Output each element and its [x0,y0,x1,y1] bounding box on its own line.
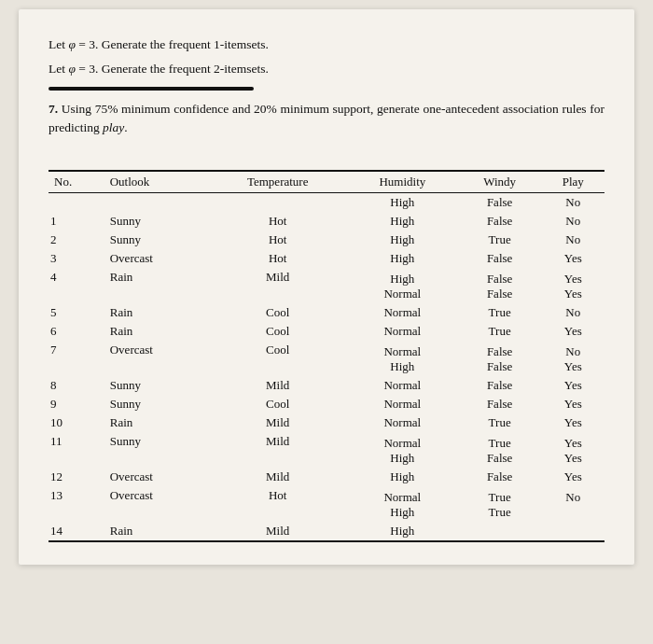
col-outlook: Outlook [104,171,209,193]
cell-outlook: Overcast [104,486,209,505]
table-row: 3OvercastHotHighFalseYes [49,249,604,268]
phi-symbol-4: φ [68,37,75,51]
cell-humidity: High [347,451,458,468]
cell-windy: False [458,249,542,268]
cell-temperature: Mild [208,522,347,541]
cell-outlook: Rain [104,303,209,322]
cell-play: Yes [542,249,604,268]
cell-windy: True [458,303,542,322]
phi-symbol-5: φ [68,62,75,76]
cell-temperature: Hot [208,212,347,231]
cell-outlook: Rain [104,322,209,341]
table-row: HighFalseNo [49,193,604,213]
cell-play: Yes [542,468,604,486]
cell-temperature [208,193,347,213]
cell-outlook [104,193,209,213]
exercise-4: Let φ = 3. Generate the frequent 1-items… [49,35,604,54]
cell-no: 3 [49,249,104,268]
table-row: 9SunnyCoolNormalFalseYes [49,395,604,413]
cell-play: Yes [542,376,604,395]
cell-no: 4 [49,268,104,287]
cell-outlook [104,505,209,522]
cell-windy: False [458,341,542,359]
cell-temperature [208,359,347,376]
play-label-7: play [103,120,124,134]
cell-temperature: Mild [208,468,347,486]
table-row: 11SunnyMildNormalTrueYes [49,432,604,451]
cell-windy: False [458,193,542,213]
cell-no: 9 [49,395,104,413]
table-row: 4RainMildHighFalseYes [49,268,604,287]
cell-outlook: Sunny [104,395,209,413]
table-row: 2SunnyHotHighTrueNo [49,231,604,249]
cell-windy: False [458,287,542,303]
table-row: 5RainCoolNormalTrueNo [49,303,604,322]
cell-play: Yes [542,287,604,303]
cell-humidity: Normal [347,376,458,395]
cell-play: No [542,193,604,213]
cell-no: 5 [49,303,104,322]
col-play: Play [542,171,604,193]
cell-no: 7 [49,341,104,359]
cell-no [49,193,104,213]
cell-play [542,522,604,541]
cell-outlook: Overcast [104,249,209,268]
cell-outlook [104,287,209,303]
strikethrough-section [49,87,604,91]
cell-temperature: Cool [208,303,347,322]
cell-temperature: Mild [208,376,347,395]
cell-no: 8 [49,376,104,395]
table-row: HighFalseYes [49,359,604,376]
exercise-7: 7. Using 75% minimum confidence and 20% … [49,100,604,139]
cell-windy: True [458,432,542,451]
cell-no: 1 [49,212,104,231]
cell-temperature: Hot [208,231,347,249]
col-windy: Windy [458,171,542,193]
cell-outlook: Rain [104,522,209,541]
cell-play [542,505,604,522]
cell-outlook: Sunny [104,432,209,451]
table-row: 7OvercastCoolNormalFalseNo [49,341,604,359]
strikethrough-line [49,87,254,91]
table-row: 8SunnyMildNormalFalseYes [49,376,604,395]
cell-humidity: High [347,193,458,213]
cell-outlook [104,359,209,376]
cell-humidity: High [347,522,458,541]
cell-play: Yes [542,268,604,287]
table-header-row: No. Outlook Temperature Humidity Windy P… [49,171,604,193]
table-section: No. Outlook Temperature Humidity Windy P… [49,151,604,542]
table-row: 1SunnyHotHighFalseNo [49,212,604,231]
cell-windy: True [458,505,542,522]
cell-humidity: Normal [347,341,458,359]
cell-play: Yes [542,451,604,468]
cell-humidity: Normal [347,486,458,505]
cell-humidity: Normal [347,413,458,432]
cell-temperature: Cool [208,395,347,413]
cell-outlook: Sunny [104,376,209,395]
cell-windy: True [458,413,542,432]
cell-play: Yes [542,395,604,413]
cell-windy: False [458,395,542,413]
cell-play: No [542,341,604,359]
cell-outlook: Sunny [104,212,209,231]
cell-no: 12 [49,468,104,486]
cell-humidity: High [347,505,458,522]
cell-humidity: Normal [347,303,458,322]
cell-windy [458,522,542,541]
cell-windy: True [458,486,542,505]
cell-temperature [208,451,347,468]
cell-outlook: Rain [104,268,209,287]
cell-no: 14 [49,522,104,541]
cell-play: Yes [542,413,604,432]
cell-temperature: Cool [208,341,347,359]
table-row: 14RainMildHigh [49,522,604,541]
cell-temperature: Cool [208,322,347,341]
cell-no [49,359,104,376]
exercise-5: Let φ = 3. Generate the frequent 2-items… [49,60,604,78]
cell-outlook: Overcast [104,468,209,486]
cell-no [49,451,104,468]
cell-humidity: High [347,212,458,231]
cell-outlook [104,451,209,468]
cell-temperature: Mild [208,268,347,287]
cell-humidity: Normal [347,322,458,341]
